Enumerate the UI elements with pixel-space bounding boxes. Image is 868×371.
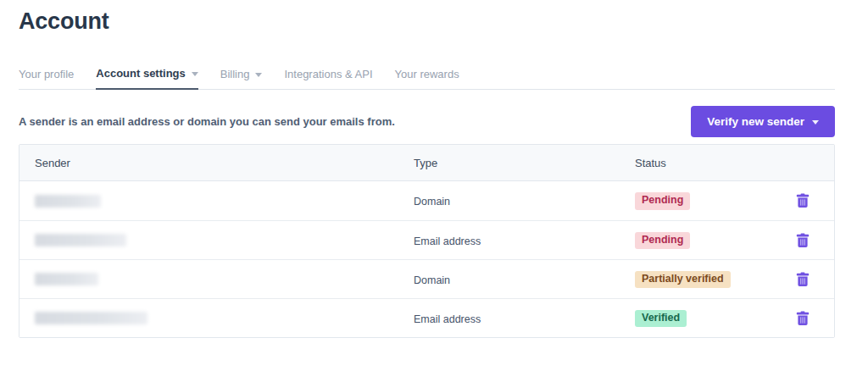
- type-cell: Email address: [414, 311, 635, 326]
- sender-redacted-value: [35, 234, 126, 246]
- sender-cell: [19, 234, 414, 246]
- account-page: Account Your profile Account settings Bi…: [0, 0, 868, 338]
- tab-billing[interactable]: Billing: [220, 67, 263, 89]
- delete-sender-button[interactable]: [793, 308, 812, 329]
- tab-label: Account settings: [96, 67, 185, 80]
- status-badge: Pending: [635, 192, 690, 210]
- sender-type: Domain: [414, 274, 450, 286]
- table-row: Email address Pending: [19, 220, 834, 259]
- sender-type: Email address: [414, 313, 481, 325]
- column-header-sender: Sender: [19, 157, 414, 169]
- chevron-down-icon: [192, 72, 198, 76]
- delete-sender-button[interactable]: [793, 191, 812, 211]
- table-row: Domain Pending: [19, 181, 834, 220]
- status-cell: Verified: [635, 309, 771, 328]
- trash-icon: [796, 233, 810, 248]
- delete-sender-button[interactable]: [793, 269, 812, 290]
- tab-label: Your profile: [19, 68, 74, 80]
- sender-cell: [19, 312, 414, 324]
- sender-redacted-value: [35, 312, 147, 324]
- sender-redacted-value: [35, 273, 98, 285]
- sender-cell: [19, 273, 414, 285]
- table-row: Email address Verified: [19, 298, 834, 337]
- status-badge: Verified: [635, 310, 687, 328]
- status-cell: Partially verified: [635, 270, 771, 289]
- chevron-down-icon: [255, 73, 262, 77]
- delete-sender-button[interactable]: [793, 230, 812, 251]
- table-row: Domain Partially verified: [19, 259, 834, 298]
- type-cell: Email address: [414, 233, 635, 248]
- sender-type: Domain: [414, 196, 450, 208]
- senders-table: Sender Type Status Domain Pending: [19, 144, 835, 338]
- sender-type: Email address: [414, 235, 481, 247]
- tab-label: Billing: [220, 68, 250, 80]
- status-cell: Pending: [635, 191, 771, 210]
- actions-cell: [771, 308, 834, 329]
- verify-button-label: Verify new sender: [707, 115, 804, 128]
- tab-your-profile[interactable]: Your profile: [19, 67, 74, 89]
- trash-icon: [796, 193, 810, 208]
- column-header-type: Type: [414, 157, 635, 169]
- type-cell: Domain: [414, 193, 635, 208]
- tab-account-settings[interactable]: Account settings: [96, 67, 198, 90]
- actions-cell: [771, 191, 834, 211]
- tab-label: Integrations & API: [284, 68, 372, 80]
- table-header-row: Sender Type Status: [19, 145, 834, 181]
- sender-toolbar: A sender is an email address or domain y…: [19, 106, 835, 137]
- chevron-down-icon: [812, 120, 819, 125]
- tab-integrations-api[interactable]: Integrations & API: [284, 67, 372, 89]
- actions-cell: [771, 230, 834, 251]
- tab-label: Your rewards: [395, 68, 459, 80]
- account-tabs: Your profile Account settings Billing In…: [19, 67, 835, 90]
- status-badge: Partially verified: [635, 271, 731, 289]
- sender-description: A sender is an email address or domain y…: [19, 115, 395, 128]
- type-cell: Domain: [414, 272, 635, 287]
- column-header-status: Status: [635, 157, 771, 169]
- status-badge: Pending: [635, 232, 690, 250]
- status-cell: Pending: [635, 231, 771, 250]
- tab-your-rewards[interactable]: Your rewards: [395, 67, 459, 89]
- verify-new-sender-button[interactable]: Verify new sender: [691, 106, 835, 137]
- trash-icon: [796, 311, 810, 326]
- sender-cell: [19, 195, 414, 208]
- sender-redacted-value: [35, 195, 101, 208]
- actions-cell: [771, 269, 834, 290]
- trash-icon: [796, 272, 810, 287]
- page-title: Account: [19, 8, 835, 35]
